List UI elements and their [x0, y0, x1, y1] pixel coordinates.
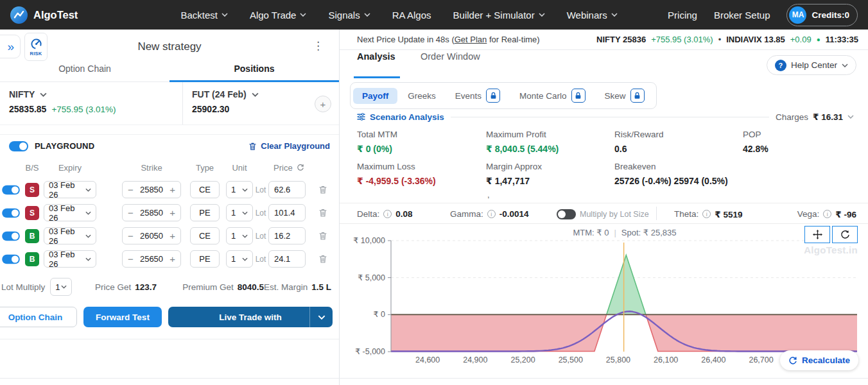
info-icon[interactable]: i	[823, 210, 831, 218]
price-input[interactable]: 24.1	[268, 250, 306, 268]
future-selector[interactable]: FUT (24 Feb)	[192, 89, 259, 99]
option-type-button[interactable]: CE	[190, 227, 220, 244]
add-instrument-button[interactable]: +	[315, 96, 331, 112]
lot-suffix: Lot	[253, 255, 268, 264]
info-icon[interactable]: i	[383, 210, 392, 218]
strike-plus-button[interactable]: +	[169, 230, 175, 241]
strike-minus-button[interactable]: −	[128, 230, 134, 241]
position-toggle[interactable]	[2, 185, 20, 194]
charges-dropdown[interactable]: Charges ₹ 16.31	[776, 112, 854, 122]
expiry-select[interactable]: 03 Feb 26	[44, 204, 96, 221]
clear-playground-button[interactable]: Clear Playground	[248, 141, 330, 151]
nav-item-algo-trade[interactable]: Algo Trade	[250, 10, 307, 21]
tab-positions[interactable]: Positions	[169, 64, 339, 81]
strike-plus-button[interactable]: +	[169, 184, 175, 195]
credits-pill[interactable]: MA Credits:0	[786, 4, 858, 26]
side-badge[interactable]: B	[25, 252, 39, 266]
expiry-select[interactable]: 03 Feb 26	[44, 227, 96, 244]
strike-minus-button[interactable]: −	[128, 207, 134, 218]
price-input[interactable]: 16.2	[268, 227, 306, 244]
collapse-panel-button[interactable]: »	[0, 35, 21, 58]
strike-plus-button[interactable]: +	[169, 207, 175, 218]
nav-item-broker-setup[interactable]: Broker Setup	[714, 10, 770, 21]
delete-row-button[interactable]	[313, 208, 333, 218]
kebab-menu-icon[interactable]: ⋮	[313, 39, 324, 53]
price-input[interactable]: 62.6	[268, 181, 306, 198]
refresh-icon	[788, 356, 797, 365]
live-trade-button[interactable]: Live Trade with	[168, 307, 333, 327]
recalculate-button[interactable]: Recalculate	[780, 350, 858, 370]
forward-test-button[interactable]: Forward Test	[83, 307, 162, 327]
strike-minus-button[interactable]: −	[128, 253, 134, 264]
delete-row-button[interactable]	[313, 185, 333, 194]
subtab-greeks[interactable]: Greeks	[399, 88, 445, 104]
market-ticker: NIFTY 25836 +755.95 (3.01%) • INDIAVIX 1…	[596, 35, 858, 44]
stat-max-loss: Maximum Loss₹ -4,959.5 (-3.36%)	[357, 162, 486, 194]
unit-select[interactable]: 1	[226, 227, 253, 244]
side-badge[interactable]: B	[25, 229, 39, 243]
playground-toggle[interactable]	[9, 141, 28, 151]
position-toggle[interactable]	[2, 254, 20, 264]
unit-select[interactable]: 1	[226, 204, 253, 221]
symbol-selector[interactable]: NIFTY	[9, 89, 182, 99]
delete-row-button[interactable]	[313, 254, 333, 264]
live-dot-icon: ●	[817, 36, 820, 43]
strike-minus-button[interactable]: −	[128, 184, 134, 195]
expiry-select[interactable]: 03 Feb 26	[44, 250, 96, 268]
price-input[interactable]: 101.4	[268, 204, 306, 221]
nav-item-builder-simulator[interactable]: Builder + Simulator	[453, 10, 545, 21]
svg-text:25,200: 25,200	[510, 355, 535, 364]
option-type-button[interactable]: PE	[190, 204, 220, 221]
subtab-payoff[interactable]: Payoff	[353, 88, 397, 104]
scenario-analysis-button[interactable]: Scenario Analysis	[357, 112, 444, 122]
option-type-button[interactable]: PE	[190, 250, 220, 268]
help-center-button[interactable]: ? Help Center	[767, 55, 856, 75]
greek-theta: Theta:i₹ 5519	[674, 203, 742, 225]
pan-button[interactable]	[804, 226, 830, 243]
expiry-select[interactable]: 03 Feb 26	[44, 181, 96, 198]
tab-analysis[interactable]: Analysis	[357, 51, 395, 62]
tab-order-window[interactable]: Order Window	[421, 51, 480, 62]
future-price: 25902.30	[192, 104, 229, 114]
side-badge[interactable]: S	[25, 183, 39, 197]
double-chevron-icon: »	[7, 40, 14, 54]
divider	[0, 378, 868, 379]
move-icon	[813, 230, 822, 239]
get-plan-link[interactable]: Get Plan	[455, 35, 487, 44]
chart-title: MTM: ₹ 0 | Spot: ₹ 25,835	[573, 228, 677, 237]
chevron-down-icon	[85, 257, 91, 261]
subtab-monte-carlo[interactable]: Monte Carlo	[510, 85, 595, 106]
risk-button[interactable]: RISK	[24, 33, 48, 61]
lot-suffix: Lot	[253, 185, 268, 194]
option-chain-button[interactable]: Option Chain	[0, 307, 77, 327]
position-toggle[interactable]	[2, 231, 20, 241]
side-badge[interactable]: S	[25, 206, 39, 220]
info-icon[interactable]: i	[487, 210, 496, 218]
info-icon[interactable]: i	[702, 210, 711, 218]
svg-text:₹ 0: ₹ 0	[374, 310, 385, 319]
tab-option-chain[interactable]: Option Chain	[0, 64, 169, 81]
analysis-panel: Next Price Update in 48s (Get Plan for R…	[340, 30, 868, 385]
live-trade-dropdown-button[interactable]	[309, 307, 333, 327]
chevron-down-icon	[85, 211, 91, 215]
strike-plus-button[interactable]: +	[169, 253, 175, 264]
refresh-icon[interactable]	[297, 164, 304, 171]
position-toggle[interactable]	[2, 208, 20, 218]
unit-select[interactable]: 1	[226, 250, 253, 268]
lot-multiply-select[interactable]: 1	[50, 278, 72, 296]
subtab-skew[interactable]: Skew	[596, 85, 654, 106]
svg-text:₹ -5,000: ₹ -5,000	[355, 347, 385, 356]
nav-item-signals[interactable]: Signals	[328, 10, 370, 21]
nav-item-webinars[interactable]: Webinars	[567, 10, 618, 21]
unit-select[interactable]: 1	[226, 181, 253, 198]
nav-item-ra-algos[interactable]: RA Algos	[392, 10, 431, 21]
reset-zoom-button[interactable]	[832, 226, 858, 243]
nav-item-pricing[interactable]: Pricing	[668, 10, 697, 21]
multiply-lot-size-toggle[interactable]	[557, 209, 576, 219]
subtab-events[interactable]: Events	[446, 85, 509, 106]
strategy-tabs: Option Chain Positions	[0, 64, 339, 82]
brand[interactable]: AlgoTest	[10, 6, 78, 24]
delete-row-button[interactable]	[313, 231, 333, 241]
option-type-button[interactable]: CE	[190, 181, 220, 198]
nav-item-backtest[interactable]: Backtest	[180, 10, 228, 21]
